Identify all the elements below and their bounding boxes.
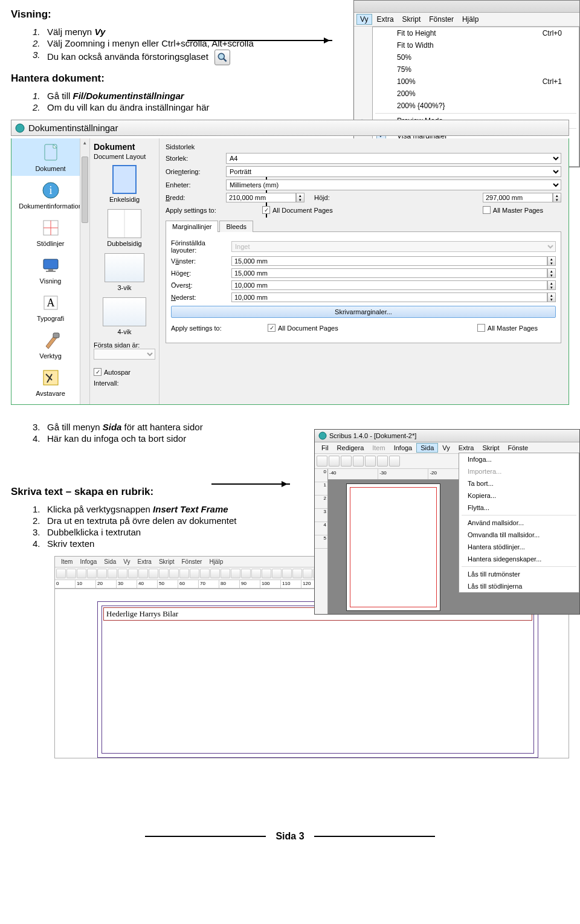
group-sub: Document Layout [94, 153, 155, 160]
svg-line-4 [224, 59, 227, 62]
svg-rect-13 [44, 259, 58, 269]
sida-stodlinjer[interactable]: Hantera stödlinjer... [459, 541, 579, 553]
sidebar-stodlinjer[interactable]: Stödlinjer [11, 213, 89, 251]
sida-dropdown: Infoga... Importera... Ta bort... Kopier… [459, 453, 579, 593]
heading-visning: Visning: [11, 8, 569, 21]
layout-3vik[interactable]: 3-vik [94, 253, 155, 291]
dialog-title: Dokumentinställningar [28, 123, 118, 133]
magnifier-icon [214, 50, 230, 65]
svg-text:i: i [49, 184, 52, 196]
group-title: Dokument [94, 142, 155, 152]
scribus-page [346, 483, 440, 611]
hoger-input[interactable] [231, 268, 547, 278]
orientering-select[interactable]: Porträtt [226, 166, 561, 177]
bredd-input[interactable] [226, 193, 296, 202]
layout-enkelsidig[interactable]: Enkelsidig [94, 165, 155, 203]
sida-flytta[interactable]: Flytta... [459, 502, 579, 514]
first-page-label: Första sidan är: [94, 341, 155, 349]
layout-4vik[interactable]: 4-vik [94, 297, 155, 335]
tab-bleeds[interactable]: Bleeds [219, 221, 253, 232]
sidebar-dokument[interactable]: Dokument [11, 138, 89, 176]
vanster-input[interactable] [231, 256, 547, 266]
hojd-input[interactable] [483, 193, 553, 202]
visning-list: 1.Välj menyn Vy 2.Välj Zoomning i menyn … [33, 27, 569, 65]
sidebar-visning[interactable]: Visning [11, 251, 89, 288]
svg-point-22 [319, 432, 326, 439]
sidebar-verktyg[interactable]: Verktyg [11, 326, 89, 363]
interval-label: Intervall: [94, 380, 119, 387]
scribus-icon [318, 431, 327, 440]
storlek-select[interactable]: A4 [226, 153, 561, 164]
scribus-titlebar: Scribus 1.4.0 - [Dokument-2*] [315, 430, 579, 442]
hantera-list: 1.Gå till Fil/Dokumentinställningar 2.Om… [33, 91, 569, 112]
dialog-titlebar: Dokumentinställningar [11, 120, 569, 136]
sida-sidegenskaper[interactable]: Hantera sidegenskaper... [459, 553, 579, 565]
sida-infoga[interactable]: Infoga... [459, 453, 579, 465]
sida-importera[interactable]: Importera... [459, 465, 579, 477]
tab-marginallinjer[interactable]: Marginallinjer [166, 221, 218, 232]
svg-rect-20 [44, 370, 58, 385]
all-doc-pages-checkbox[interactable]: All Document Pages [262, 206, 333, 214]
svg-rect-14 [48, 269, 53, 271]
sidebar-scrollbar[interactable]: ▴ [80, 138, 89, 404]
autospar-checkbox[interactable]: Autospar [94, 368, 155, 376]
sidebar-typografi[interactable]: ATypografi [11, 288, 89, 326]
document-settings-dialog: Dokument iDokumentinformation Stödlinjer… [11, 138, 569, 405]
sida-stodlinjerna[interactable]: Lås till stödlinjerna [459, 580, 579, 592]
sida-rutmonster[interactable]: Lås till rutmönster [459, 568, 579, 580]
menu-sida[interactable]: Sida [416, 443, 438, 453]
toolbar-icon[interactable] [56, 569, 66, 578]
scribus-sida-window: Scribus 1.4.0 - [Dokument-2*] Fil Redige… [314, 429, 580, 615]
editor-page: Hederlige Harrys Bilar [97, 601, 538, 758]
dialog-layout-column: Dokument Document Layout Enkelsidig Dubb… [90, 138, 160, 404]
nederst-input[interactable] [231, 292, 547, 302]
sidstorlek-label: Sidstorlek [166, 143, 561, 150]
preset-select[interactable]: Inget [231, 241, 556, 252]
enheter-select[interactable]: Millimeters (mm) [226, 179, 561, 190]
page-footer: Sida 3 [11, 831, 569, 842]
svg-text:A: A [47, 297, 54, 309]
sidebar-teckensnitt[interactable]: Teckensnitt [11, 401, 89, 404]
scribus-app-icon [15, 123, 25, 133]
all-doc-pages-checkbox-2[interactable]: All Document Pages [268, 324, 338, 332]
svg-point-5 [16, 124, 24, 132]
all-master-pages-checkbox-2[interactable]: All Master Pages [477, 324, 538, 332]
sida-omvandla[interactable]: Omvandla till mallsidor... [459, 529, 579, 541]
sidebar-dokumentinfo[interactable]: iDokumentinformation [11, 176, 89, 213]
all-master-pages-checkbox[interactable]: All Master Pages [483, 206, 543, 214]
dialog-right-panel: Sidstorlek Storlek: A4 Orientering: Port… [160, 138, 569, 404]
overst-input[interactable] [231, 280, 547, 290]
arrow-to-sida [211, 483, 290, 485]
layout-dubbelsidig[interactable]: Dubbelsidig [94, 209, 155, 247]
arrow-to-vy [187, 40, 332, 41]
svg-rect-19 [53, 333, 59, 338]
svg-rect-15 [46, 271, 56, 272]
heading-hantera: Hantera dokument: [11, 73, 569, 85]
sida-mallsidor[interactable]: Använd mallsidor... [459, 517, 579, 529]
sida-tabort[interactable]: Ta bort... [459, 477, 579, 489]
printer-margins-button[interactable]: Skrivarmarginaler... [171, 306, 556, 318]
page-number: Sida 3 [276, 831, 304, 842]
first-page-select[interactable] [94, 349, 155, 360]
sidebar-avstavare[interactable]: Avstavare [11, 363, 89, 401]
vertical-ruler: 012345 [315, 469, 328, 614]
dialog-sidebar[interactable]: Dokument iDokumentinformation Stödlinjer… [11, 138, 90, 404]
sida-kopiera[interactable]: Kopiera... [459, 489, 579, 502]
